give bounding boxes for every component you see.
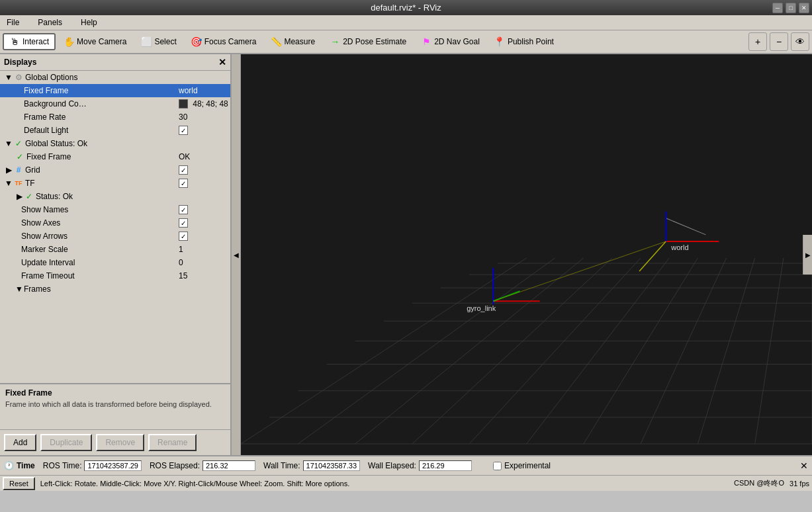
time-panel-header: 🕐 Time bbox=[4, 461, 35, 470]
tree-row-frame-timeout[interactable]: Frame Timeout 15 bbox=[0, 269, 230, 282]
grid-checkbox[interactable]: ✓ bbox=[179, 165, 188, 175]
publish-point-tool[interactable]: 📍 Publish Point bbox=[488, 33, 561, 50]
experimental-field: Experimental bbox=[493, 461, 551, 470]
tf-label: TF bbox=[25, 179, 176, 188]
interact-icon: 🖱 bbox=[9, 36, 20, 47]
info-title: Fixed Frame bbox=[5, 388, 225, 398]
focus-camera-icon: 🎯 bbox=[191, 36, 202, 47]
visibility-btn[interactable]: 👁 bbox=[791, 32, 809, 51]
move-camera-label: Move Camera bbox=[77, 37, 126, 46]
brand-label: CSDN @咚咚O bbox=[734, 478, 784, 488]
toolbar-right: + − 👁 bbox=[748, 32, 809, 51]
menu-bar: File Panels Help bbox=[0, 15, 812, 30]
tree-row-show-names[interactable]: Show Names ✓ bbox=[0, 203, 230, 216]
update-interval-label: Update Interval bbox=[21, 258, 176, 267]
global-options-arrow[interactable]: ▼ bbox=[4, 73, 13, 82]
global-status-icon: ✓ bbox=[13, 138, 24, 149]
3d-grid: world gyro_link bbox=[241, 54, 812, 455]
wall-elapsed-field: Wall Elapsed: 216.29 bbox=[368, 460, 472, 471]
grid-arrow[interactable]: ▶ bbox=[4, 165, 13, 175]
minimize-button[interactable]: ─ bbox=[772, 3, 783, 13]
menu-help[interactable]: Help bbox=[77, 17, 101, 28]
tf-status-label: Status: Ok bbox=[36, 192, 229, 201]
interact-tool[interactable]: 🖱 Interact bbox=[3, 33, 56, 50]
measure-tool[interactable]: 📏 Measure bbox=[264, 33, 322, 50]
show-names-value: ✓ bbox=[176, 205, 229, 215]
tree-row-tf-status[interactable]: ▶ ✓ Status: Ok bbox=[0, 190, 230, 203]
default-light-checkbox[interactable]: ✓ bbox=[179, 126, 188, 135]
time-panel: 🕐 Time ROS Time: 1710423587.29 ROS Elaps… bbox=[0, 455, 812, 475]
maximize-button[interactable]: □ bbox=[786, 3, 796, 13]
fixed-frame-status-value: OK bbox=[176, 152, 229, 161]
show-arrows-checkbox[interactable]: ✓ bbox=[179, 232, 188, 241]
focus-camera-tool[interactable]: 🎯 Focus Camera bbox=[185, 33, 263, 50]
show-axes-label: Show Axes bbox=[21, 218, 176, 228]
show-names-checkbox[interactable]: ✓ bbox=[179, 205, 188, 214]
ros-elapsed-value: 216.32 bbox=[203, 460, 255, 471]
tree-row-background-color[interactable]: Background Co… 48; 48; 48 bbox=[0, 97, 230, 110]
tree-row-frame-rate[interactable]: Frame Rate 30 bbox=[0, 110, 230, 124]
bg-color-swatch bbox=[179, 99, 188, 108]
wall-time-value: 1710423587.33 bbox=[303, 460, 360, 471]
tree-row-global-options[interactable]: ▼ ⚙ Global Options bbox=[0, 71, 230, 84]
collapse-left-icon: ◀ bbox=[234, 251, 239, 259]
tree-row-show-arrows[interactable]: Show Arrows ✓ bbox=[0, 230, 230, 243]
tf-status-icon: ✓ bbox=[24, 191, 34, 202]
global-status-arrow[interactable]: ▼ bbox=[4, 139, 13, 148]
collapse-handle-right[interactable]: ▶ bbox=[803, 235, 812, 275]
ros-time-field: ROS Time: 1710423587.29 bbox=[43, 460, 142, 471]
show-axes-value: ✓ bbox=[176, 218, 229, 228]
tree-row-update-interval[interactable]: Update Interval 0 bbox=[0, 256, 230, 269]
2d-nav-label: 2D Nav Goal bbox=[434, 37, 480, 46]
tree-row-tf[interactable]: ▼ TF TF ✓ bbox=[0, 177, 230, 190]
add-display-btn[interactable]: + bbox=[748, 32, 767, 51]
menu-file[interactable]: File bbox=[3, 17, 23, 28]
displays-close-button[interactable]: ✕ bbox=[218, 57, 226, 67]
move-camera-icon: ✋ bbox=[64, 36, 74, 47]
tf-checkbox[interactable]: ✓ bbox=[179, 179, 188, 188]
ros-time-label: ROS Time: bbox=[43, 461, 82, 470]
frame-timeout-value: 15 bbox=[176, 271, 229, 280]
reset-button[interactable]: Reset bbox=[3, 477, 35, 490]
tree-row-fixed-frame[interactable]: Fixed Frame world bbox=[0, 84, 230, 97]
tree-row-global-status[interactable]: ▼ ✓ Global Status: Ok bbox=[0, 137, 230, 150]
info-panel: Fixed Frame Frame into which all data is… bbox=[0, 383, 230, 429]
tf-status-arrow[interactable]: ▶ bbox=[15, 192, 24, 201]
remove-button[interactable]: Remove bbox=[96, 434, 144, 451]
time-panel-title: Time bbox=[17, 461, 35, 470]
select-tool[interactable]: ⬜ Select bbox=[134, 33, 183, 50]
ros-time-value: 1710423587.29 bbox=[84, 460, 141, 471]
menu-panels[interactable]: Panels bbox=[34, 17, 66, 28]
tree-row-show-axes[interactable]: Show Axes ✓ bbox=[0, 216, 230, 230]
tree-row-marker-scale[interactable]: Marker Scale 1 bbox=[0, 243, 230, 256]
duplicate-button[interactable]: Duplicate bbox=[40, 434, 92, 451]
tree-row-grid[interactable]: ▶ # Grid ✓ bbox=[0, 163, 230, 177]
collapse-handle-left[interactable]: ◀ bbox=[232, 54, 241, 455]
viewport[interactable]: world gyro_link ▶ bbox=[241, 54, 812, 455]
show-axes-checkbox[interactable]: ✓ bbox=[179, 218, 188, 228]
tree-row-fixed-frame-status[interactable]: ✓ Fixed Frame OK bbox=[0, 150, 230, 163]
2d-pose-tool[interactable]: → 2D Pose Estimate bbox=[323, 33, 413, 50]
close-button[interactable]: ✕ bbox=[799, 3, 809, 13]
remove-display-btn[interactable]: − bbox=[770, 32, 788, 51]
move-camera-tool[interactable]: ✋ Move Camera bbox=[57, 33, 133, 50]
grid-label: Grid bbox=[25, 165, 176, 175]
time-panel-close-button[interactable]: ✕ bbox=[800, 460, 808, 471]
experimental-checkbox[interactable] bbox=[493, 462, 502, 470]
rename-button[interactable]: Rename bbox=[148, 434, 197, 451]
add-button[interactable]: Add bbox=[4, 434, 36, 451]
interact-label: Interact bbox=[23, 37, 49, 46]
ros-elapsed-field: ROS Elapsed: 216.32 bbox=[150, 460, 255, 471]
frames-arrow[interactable]: ▼ bbox=[15, 284, 24, 294]
title-bar: default.rviz* - RViz ─ □ ✕ bbox=[0, 0, 812, 15]
tree-row-frames[interactable]: ▼ Frames bbox=[0, 282, 230, 296]
displays-header: Displays ✕ bbox=[0, 54, 230, 71]
show-arrows-value: ✓ bbox=[176, 232, 229, 241]
displays-tree: ▼ ⚙ Global Options Fixed Frame world Bac… bbox=[0, 71, 230, 383]
tree-row-default-light[interactable]: Default Light ✓ bbox=[0, 124, 230, 137]
default-light-value: ✓ bbox=[176, 126, 229, 136]
publish-point-icon: 📍 bbox=[494, 36, 505, 47]
tf-arrow[interactable]: ▼ bbox=[4, 179, 13, 188]
2d-nav-tool[interactable]: ⚑ 2D Nav Goal bbox=[414, 33, 486, 50]
update-interval-value: 0 bbox=[176, 258, 229, 267]
